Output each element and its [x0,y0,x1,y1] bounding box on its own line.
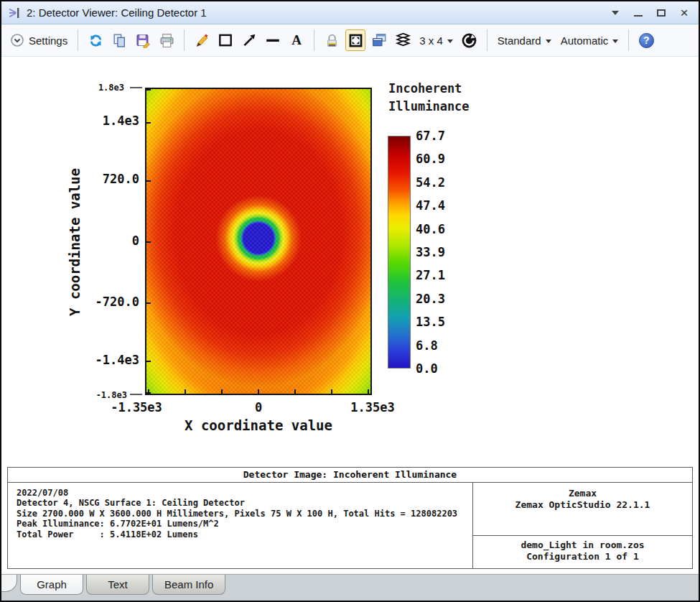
y-tick-label: 1.8e3 [62,83,124,93]
reset-icon [461,32,477,49]
tab-strip: Graph Text Beam Info [1,574,699,601]
refresh-button[interactable] [85,29,106,51]
colorbar-tick: 33.9 [416,245,459,259]
info-size: Size 2700.000 W X 3600.000 H Millimeters… [17,509,472,519]
save-button[interactable] [133,29,153,51]
layers-icon [395,32,411,49]
detector-rays-icon [7,6,22,20]
company-name: Zemax [473,488,692,499]
titlebar[interactable]: 2: Detector Viewer: Ceiling Detector 1 × [1,1,699,24]
axis-tick [130,394,142,395]
annotate-rectangle-button[interactable] [215,29,235,51]
colorbar-tick: 60.9 [416,152,459,166]
legend-title: Incoherent Illuminance [388,80,470,116]
print-icon [159,33,174,48]
axis-tick [146,241,151,243]
tab-graph[interactable]: Graph [20,575,83,595]
surface-layers-button[interactable] [393,29,413,51]
x-axis-title: X coordinate value [169,417,348,433]
info-date: 2022/07/08 [17,488,472,498]
tab-strip-notch [1,575,17,592]
save-icon [136,33,151,48]
axis-tick [258,389,259,394]
detector-viewer-window: 2: Detector Viewer: Ceiling Detector 1 ×… [0,0,700,602]
close-icon: × [680,6,688,19]
axis-tick [146,302,151,304]
tab-beam-info-label: Beam Info [164,578,213,591]
settings-button[interactable]: Settings [7,29,70,51]
axis-tick [221,389,223,394]
x-tick-label: -1.35e3 [97,400,176,415]
close-button[interactable]: × [674,4,694,22]
toolbar-separator [184,29,185,51]
file-name: demo_Light in room.zos [473,540,692,551]
annotate-arrow-button[interactable] [239,29,259,51]
y-tick-label: -1.4e3 [78,353,139,367]
colorbar-tick: 0.0 [416,361,459,376]
lock-window-button[interactable] [322,29,342,51]
fit-window-icon [348,33,363,48]
print-button[interactable] [157,29,177,51]
axis-tick [130,87,142,88]
annotate-text-button[interactable]: A [286,29,307,51]
help-button[interactable]: ? [636,29,656,51]
y-tick-label: -1.8e3 [65,390,127,400]
tab-beam-info[interactable]: Beam Info [152,575,225,595]
chevron-down-icon [612,40,618,43]
rectangle-icon [218,32,233,48]
mode-label: Standard [498,34,541,47]
colorbar-tick: 27.1 [416,268,459,282]
file-info: demo_Light in room.zos Configuration 1 o… [473,536,692,568]
x-tick-label: 0 [219,400,298,415]
colorbar-tick: 54.2 [416,175,459,190]
y-tick-label: 720.0 [78,172,139,186]
help-icon: ? [639,33,654,48]
axis-tick [331,389,332,394]
annotate-line-button[interactable] [263,29,283,51]
toolbar: Settings [1,24,699,57]
y-tick-label: -720.0 [78,295,139,309]
graph-canvas: Y coordinate value 1.8e3 1.4e3 720.0 0 -… [1,57,699,464]
refresh-icon [88,33,103,48]
tab-text-label: Text [108,578,128,591]
grid-size-label: 3 x 4 [419,34,443,47]
colorbar-tick: 67.7 [416,129,459,143]
clone-window-button[interactable] [369,29,389,51]
axis-tick [146,122,151,124]
colorbar-tick: 6.8 [416,338,459,353]
colorbar-tick: 40.6 [416,222,459,236]
reset-view-button[interactable] [459,29,480,51]
minimize-icon [634,15,643,17]
copy-icon [112,33,127,48]
minimize-button[interactable] [628,4,648,22]
line-icon [265,32,281,48]
toolbar-separator [487,29,487,51]
tab-text[interactable]: Text [86,575,149,595]
fit-window-button[interactable] [345,29,365,51]
menu-down-icon [612,11,619,15]
copy-button[interactable] [109,29,129,51]
arrow-icon [241,32,257,48]
configuration: Configuration 1 of 1 [473,551,692,562]
toolbar-separator [628,29,629,51]
info-detector: Detector 4, NSCG Surface 1: Ceiling Dete… [17,498,472,508]
toolbar-separator [78,29,78,51]
detector-heatmap [145,88,372,395]
chevron-down-icon [447,40,453,43]
settings-chevron-icon [10,33,24,47]
axis-tick [185,389,186,394]
grid-size-dropdown[interactable]: 3 x 4 [416,29,456,51]
colorbar [388,136,411,369]
axis-tick [146,180,151,182]
detector-details: 2022/07/08 Detector 4, NSCG Surface 1: C… [8,483,472,568]
scale-dropdown[interactable]: Automatic [558,29,622,51]
window-menu-button[interactable] [605,4,625,22]
maximize-icon [657,9,666,17]
colorbar-tick: 47.4 [416,198,459,213]
maximize-button[interactable] [651,4,671,22]
info-panel: Detector Image: Incoherent Illuminance 2… [7,467,693,569]
annotate-pencil-button[interactable] [192,29,212,51]
axis-tick [148,389,149,394]
toolbar-separator [314,29,314,51]
mode-dropdown[interactable]: Standard [495,29,554,51]
